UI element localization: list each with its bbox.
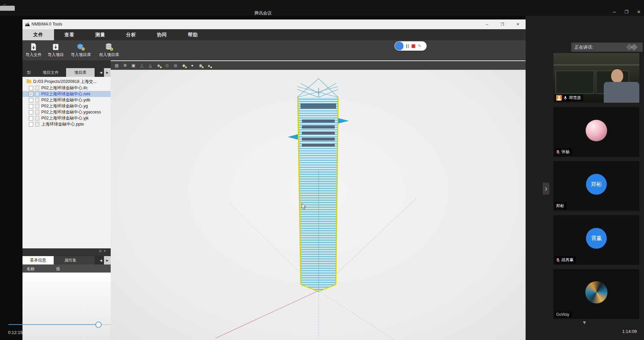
tab-project-files[interactable]: 项目文件 xyxy=(35,68,66,77)
ribbon-toolbar: 导入文件 导入项目 导入项目库 存入项目库 xyxy=(22,40,526,60)
stop-icon[interactable] xyxy=(412,44,415,48)
cube-pair-icon[interactable]: ◉ xyxy=(198,63,203,68)
tab-model[interactable]: 型 xyxy=(22,68,35,77)
sphere-wire-icon[interactable]: ◇ xyxy=(164,63,170,68)
file-icon xyxy=(35,122,39,127)
playback-progress-bar[interactable] xyxy=(8,324,97,325)
database-add-icon xyxy=(105,43,113,51)
minimize-button[interactable]: ─ xyxy=(613,9,616,14)
participant-name: 邓雪原 xyxy=(569,95,581,101)
pyramid-add-icon[interactable]: ▲ xyxy=(206,63,212,68)
menu-tab-view[interactable]: 查看 xyxy=(54,29,85,40)
app-minimize-button[interactable]: ─ xyxy=(479,19,495,29)
participants-sidebar: ❯ 正在讲话: 邓雪原 xyxy=(526,16,644,340)
3d-viewport[interactable] xyxy=(111,70,526,340)
file-name: 上海环球金融中心.pptx xyxy=(41,122,84,127)
file-checkbox[interactable] xyxy=(29,104,33,108)
tab-property-set[interactable]: 属性集 xyxy=(54,256,87,264)
cube-add-icon[interactable]: ◆ xyxy=(181,63,186,68)
participant-name: 张杨 xyxy=(561,149,570,155)
import-file-button[interactable]: 导入文件 xyxy=(22,40,45,60)
panel-close-icon[interactable]: ✕ xyxy=(103,249,108,253)
participant-tile[interactable]: 张杨 xyxy=(553,107,639,157)
menu-tab-file[interactable]: 文件 xyxy=(22,29,54,40)
props-tabs: 基本信息 属性集 ◀ ▶ xyxy=(22,256,111,264)
app-close-button[interactable]: ✕ xyxy=(510,19,526,29)
app-maximize-button[interactable]: ❐ xyxy=(495,19,510,29)
panel-float-icon[interactable]: ⊡ xyxy=(99,249,104,253)
tree-file-row[interactable]: 上海环球金融中心.pptx xyxy=(22,121,111,127)
import-project-label: 导入项目 xyxy=(48,52,64,58)
axes-icon[interactable] xyxy=(139,63,145,68)
record-control-pill: ✎ xyxy=(394,41,427,51)
tree-file-row[interactable]: P02上海环球金融中心.ygaccess xyxy=(22,109,111,115)
cube-select-icon[interactable]: ◈ xyxy=(156,63,161,68)
tree-file-row[interactable]: P02上海环球金融中心.ydb xyxy=(22,97,111,103)
settings-gear-icon[interactable]: ⚙ xyxy=(122,63,128,68)
participant-tile[interactable]: GoWay xyxy=(553,269,639,319)
pause-icon[interactable] xyxy=(406,44,409,48)
import-project-button[interactable]: 导入项目 xyxy=(45,40,67,60)
viewport-toolbar: ▤ ⚙ ▣ △ ◈ ◇ ◎ ◆ ● ◉ ▲ xyxy=(111,61,526,70)
mic-muted-icon xyxy=(556,258,560,262)
participant-tile[interactable]: 邓雪原 xyxy=(553,53,639,103)
tree-file-row[interactable]: ✓ P02上海环球金融中心.nmi xyxy=(22,91,111,97)
tab-basic-info[interactable]: 基本信息 xyxy=(22,256,54,264)
app-window-title: NMBIM4.0 Tools xyxy=(32,22,62,27)
participant-name: 战再赢 xyxy=(561,257,574,263)
file-name: P02上海环球金融中心.nmi xyxy=(41,91,90,97)
file-checkbox[interactable] xyxy=(29,86,33,90)
tree-root-label: D:/03 Projects/20200918 上海交... xyxy=(33,79,97,85)
tab-project-library[interactable]: 项目库 xyxy=(66,68,95,77)
file-icon xyxy=(35,98,39,102)
save-library-button[interactable]: 存入项目库 xyxy=(95,40,123,60)
props-scroll-left-icon[interactable]: ◀ xyxy=(98,257,104,264)
maximize-button[interactable]: ❐ xyxy=(625,9,629,14)
avatar: 郑彬 xyxy=(586,174,607,195)
props-col-name: 名称 xyxy=(26,266,35,272)
menu-tab-measure[interactable]: 测量 xyxy=(85,29,116,40)
check-icon: ✓ xyxy=(30,92,32,96)
tree-file-row[interactable]: P02上海环球金融中心.ifc xyxy=(22,85,111,91)
pyramid-icon[interactable]: △ xyxy=(148,63,153,68)
mic-on-icon xyxy=(564,96,567,100)
snapshot-icon[interactable]: ▣ xyxy=(131,63,136,68)
bim-app-window: NMBIM4.0 Tools ─ ❐ ✕ 文件 查看 测量 分析 协同 帮助 导… xyxy=(22,19,526,340)
close-button[interactable]: ✕ xyxy=(637,9,641,14)
props-scroll-right-icon[interactable]: ▶ xyxy=(104,256,111,265)
file-checkbox[interactable] xyxy=(29,116,33,120)
file-icon xyxy=(35,86,39,90)
file-checkbox[interactable] xyxy=(29,122,33,127)
record-timer-icon[interactable] xyxy=(395,42,404,50)
participant-tile[interactable]: 霄赢 战再赢 xyxy=(553,215,639,265)
tree-root-row[interactable]: D:/03 Projects/20200918 上海交... xyxy=(22,78,111,85)
file-checkbox[interactable] xyxy=(29,98,33,102)
tree-file-row[interactable]: P02上海环球金融中心.yjk xyxy=(22,115,111,121)
speaking-label: 正在讲话: xyxy=(575,44,593,50)
import-library-button[interactable]: 导入项目库 xyxy=(67,40,95,60)
playback-knob[interactable] xyxy=(95,322,102,328)
menu-tab-collaborate[interactable]: 协同 xyxy=(147,29,177,40)
axis-x-red xyxy=(215,291,319,338)
sphere-rotate-icon[interactable]: ◎ xyxy=(173,63,178,68)
scroll-more-icon[interactable]: ▼ xyxy=(582,320,587,325)
file-name: P02上海环球金融中心.ifc xyxy=(41,85,88,91)
menu-tab-analyze[interactable]: 分析 xyxy=(116,29,147,40)
view-grid-icon[interactable]: ▤ xyxy=(114,63,119,68)
cube-add-icon xyxy=(76,43,85,51)
file-icon xyxy=(35,116,39,120)
tabs-scroll-right-icon[interactable]: ▶ xyxy=(104,68,111,77)
tabs-scroll-left-icon[interactable]: ◀ xyxy=(98,69,104,76)
mic-muted-icon xyxy=(556,150,560,154)
sphere-solid-icon[interactable]: ● xyxy=(190,63,195,68)
tree-file-row[interactable]: P02上海环球金融中心.yg xyxy=(22,103,111,109)
avatar: 霄赢 xyxy=(586,228,607,249)
file-checkbox[interactable] xyxy=(29,110,33,114)
menu-tab-help[interactable]: 帮助 xyxy=(177,29,208,40)
annotate-pencil-icon[interactable]: ✎ xyxy=(418,44,421,48)
avatar xyxy=(586,120,607,141)
speaking-indicator: 正在讲话: xyxy=(571,43,643,52)
participant-tile[interactable]: 郑彬 郑彬 xyxy=(553,161,639,211)
file-checkbox[interactable]: ✓ xyxy=(29,92,33,96)
sidebar-collapse-chevron[interactable]: ❯ xyxy=(543,183,549,195)
